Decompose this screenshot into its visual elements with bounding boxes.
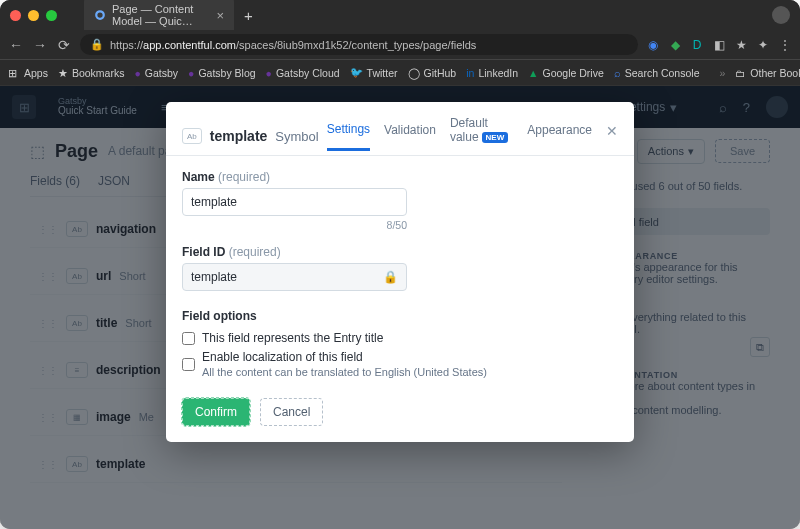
tab-settings[interactable]: Settings xyxy=(327,122,370,151)
new-badge: NEW xyxy=(482,132,509,143)
minimize-window-icon[interactable] xyxy=(28,10,39,21)
field-options-heading: Field options xyxy=(182,309,618,323)
apps-icon: ⊞ xyxy=(8,67,20,79)
forward-icon[interactable]: → xyxy=(32,37,48,53)
bookmark-label: Search Console xyxy=(625,67,700,79)
contentful-favicon-icon xyxy=(94,9,106,21)
ext-icon[interactable]: D xyxy=(690,38,704,52)
bookmark-label: Apps xyxy=(24,67,48,79)
modal-overlay[interactable]: Ab template Symbol Settings Validation D… xyxy=(0,86,800,529)
bookmark-label: Gatsby Blog xyxy=(198,67,255,79)
bookmark-item[interactable]: ● Gatsby xyxy=(134,67,178,79)
required-hint: (required) xyxy=(218,170,270,184)
bookmark-item[interactable]: 🐦 Twitter xyxy=(350,66,398,79)
bookmark-item[interactable]: ▲ Google Drive xyxy=(528,67,604,79)
svg-point-0 xyxy=(96,11,104,19)
modal-header: Ab template Symbol Settings Validation D… xyxy=(166,102,634,156)
menu-icon[interactable]: ⋮ xyxy=(778,38,792,52)
confirm-button[interactable]: Confirm xyxy=(182,398,250,426)
field-type-icon: Ab xyxy=(182,128,202,144)
localization-checkbox[interactable]: Enable localization of this field All th… xyxy=(182,350,618,378)
field-id-label: Field ID xyxy=(182,245,225,259)
extension-icons: ◉ ◆ D ◧ ★ ✦ ⋮ xyxy=(646,38,792,52)
checkbox-label: Enable localization of this field xyxy=(202,350,487,364)
apps-button[interactable]: ⊞Apps xyxy=(8,67,48,79)
bookmark-item[interactable]: in LinkedIn xyxy=(466,67,518,79)
field-settings-modal: Ab template Symbol Settings Validation D… xyxy=(166,102,634,442)
bookmark-item[interactable]: ⌕ Search Console xyxy=(614,67,700,79)
lock-icon: 🔒 xyxy=(90,38,104,51)
tab-appearance[interactable]: Appearance xyxy=(527,123,592,149)
required-hint: (required) xyxy=(229,245,281,259)
ext-icon[interactable]: ◧ xyxy=(712,38,726,52)
bookmark-item[interactable]: ◯ GitHub xyxy=(408,67,457,79)
bookmark-label: LinkedIn xyxy=(478,67,518,79)
profile-avatar-icon[interactable] xyxy=(772,6,790,24)
browser-tab[interactable]: Page — Content Model — Quic… × xyxy=(84,0,234,34)
cancel-button[interactable]: Cancel xyxy=(260,398,323,426)
ext-icon[interactable]: ◆ xyxy=(668,38,682,52)
extensions-icon[interactable]: ✦ xyxy=(756,38,770,52)
ext-icon[interactable]: ◉ xyxy=(646,38,660,52)
modal-tabs: Settings Validation Default valueNEW App… xyxy=(327,116,618,156)
bookmark-label: Google Drive xyxy=(542,67,603,79)
modal-field-type: Symbol xyxy=(275,129,318,144)
bookmark-label: Twitter xyxy=(367,67,398,79)
checkbox-hint: All the content can be translated to Eng… xyxy=(202,366,487,378)
modal-body: Name (required) 8/50 Field ID (required)… xyxy=(166,156,634,442)
entry-title-checkbox[interactable]: This field represents the Entry title xyxy=(182,331,618,345)
checkbox-label: This field represents the Entry title xyxy=(202,331,383,345)
maximize-window-icon[interactable] xyxy=(46,10,57,21)
bookmark-item[interactable]: ● Gatsby Cloud xyxy=(266,67,340,79)
field-id-value: template xyxy=(191,270,237,284)
ext-icon[interactable]: ★ xyxy=(734,38,748,52)
close-icon[interactable]: ✕ xyxy=(606,123,618,149)
url-host: app.contentful.com xyxy=(143,39,236,51)
browser-window: Page — Content Model — Quic… × + ← → ⟳ 🔒… xyxy=(0,0,800,529)
back-icon[interactable]: ← xyxy=(8,37,24,53)
tab-default-value[interactable]: Default valueNEW xyxy=(450,116,513,156)
field-id-input[interactable]: template 🔒 xyxy=(182,263,407,291)
bookmark-label: Gatsby Cloud xyxy=(276,67,340,79)
address-bar: ← → ⟳ 🔒 https://app.contentful.com/space… xyxy=(0,30,800,60)
bookmarks-bar: ⊞Apps ★ Bookmarks ● Gatsby ● Gatsby Blog… xyxy=(0,60,800,86)
reload-icon[interactable]: ⟳ xyxy=(56,37,72,53)
close-window-icon[interactable] xyxy=(10,10,21,21)
bookmark-label: Other Bookmarks xyxy=(750,67,800,79)
browser-tab-title: Page — Content Model — Quic… xyxy=(112,3,206,27)
bookmark-label: Bookmarks xyxy=(72,67,125,79)
name-input[interactable] xyxy=(182,188,407,216)
lock-icon[interactable]: 🔒 xyxy=(383,270,398,284)
url-scheme: https:// xyxy=(110,39,143,51)
name-label: Name xyxy=(182,170,215,184)
bookmark-label: GitHub xyxy=(424,67,457,79)
app-content: ⊞ Gatsby Quick Start Guide ≡ ⌂Space home… xyxy=(0,86,800,529)
char-count: 8/50 xyxy=(182,219,407,231)
bookmark-item[interactable]: ● Gatsby Blog xyxy=(188,67,256,79)
url-path: /spaces/8iub9mxd1k52/content_types/page/… xyxy=(236,39,476,51)
url-field[interactable]: 🔒 https://app.contentful.com/spaces/8iub… xyxy=(80,34,638,55)
checkbox-input[interactable] xyxy=(182,351,195,378)
tab-validation[interactable]: Validation xyxy=(384,123,436,149)
window-titlebar: Page — Content Model — Quic… × + xyxy=(0,0,800,30)
checkbox-input[interactable] xyxy=(182,332,195,345)
bookmark-item[interactable]: ★ Bookmarks xyxy=(58,67,125,79)
modal-field-name: template xyxy=(210,128,268,144)
new-tab-button[interactable]: + xyxy=(244,7,253,24)
bookmark-label: Gatsby xyxy=(145,67,178,79)
other-bookmarks[interactable]: 🗀 Other Bookmarks xyxy=(735,67,800,79)
close-tab-icon[interactable]: × xyxy=(216,8,224,23)
